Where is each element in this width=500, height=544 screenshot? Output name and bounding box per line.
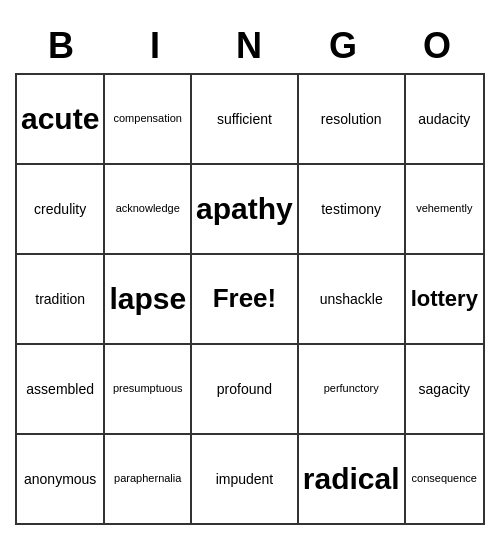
cell-text: acknowledge bbox=[116, 202, 180, 215]
cell-text: Free! bbox=[213, 283, 277, 314]
cell-text: resolution bbox=[321, 111, 382, 128]
cell-text: perfunctory bbox=[324, 382, 379, 395]
cell-text: acute bbox=[21, 101, 99, 137]
bingo-cell: impudent bbox=[192, 435, 299, 525]
bingo-cell: lottery bbox=[406, 255, 485, 345]
cell-text: lottery bbox=[411, 286, 478, 312]
bingo-cell: sufficient bbox=[192, 75, 299, 165]
bingo-cell: Free! bbox=[192, 255, 299, 345]
bingo-cell: presumptuous bbox=[105, 345, 192, 435]
cell-text: assembled bbox=[26, 381, 94, 398]
cell-text: unshackle bbox=[320, 291, 383, 308]
cell-text: compensation bbox=[113, 112, 182, 125]
cell-text: consequence bbox=[412, 472, 477, 485]
bingo-cell: audacity bbox=[406, 75, 485, 165]
bingo-cell: acknowledge bbox=[105, 165, 192, 255]
cell-text: credulity bbox=[34, 201, 86, 218]
bingo-cell: lapse bbox=[105, 255, 192, 345]
cell-text: impudent bbox=[216, 471, 274, 488]
bingo-cell: paraphernalia bbox=[105, 435, 192, 525]
bingo-cell: sagacity bbox=[406, 345, 485, 435]
cell-text: audacity bbox=[418, 111, 470, 128]
bingo-cell: vehemently bbox=[406, 165, 485, 255]
bingo-cell: resolution bbox=[299, 75, 406, 165]
cell-text: vehemently bbox=[416, 202, 472, 215]
cell-text: lapse bbox=[109, 281, 186, 317]
cell-text: radical bbox=[303, 461, 400, 497]
cell-text: testimony bbox=[321, 201, 381, 218]
cell-text: anonymous bbox=[24, 471, 96, 488]
cell-text: apathy bbox=[196, 191, 293, 227]
bingo-card: BINGO acutecompensationsufficientresolut… bbox=[15, 19, 485, 525]
cell-text: presumptuous bbox=[113, 382, 183, 395]
header-letter: N bbox=[203, 19, 297, 73]
bingo-cell: apathy bbox=[192, 165, 299, 255]
bingo-cell: unshackle bbox=[299, 255, 406, 345]
cell-text: paraphernalia bbox=[114, 472, 181, 485]
bingo-cell: assembled bbox=[17, 345, 105, 435]
cell-text: sagacity bbox=[419, 381, 470, 398]
bingo-cell: anonymous bbox=[17, 435, 105, 525]
bingo-cell: acute bbox=[17, 75, 105, 165]
header-letter: B bbox=[15, 19, 109, 73]
bingo-cell: testimony bbox=[299, 165, 406, 255]
bingo-cell: tradition bbox=[17, 255, 105, 345]
bingo-cell: profound bbox=[192, 345, 299, 435]
cell-text: profound bbox=[217, 381, 272, 398]
bingo-grid: acutecompensationsufficientresolutionaud… bbox=[15, 73, 485, 525]
bingo-cell: compensation bbox=[105, 75, 192, 165]
header-letter: G bbox=[297, 19, 391, 73]
bingo-cell: perfunctory bbox=[299, 345, 406, 435]
cell-text: tradition bbox=[35, 291, 85, 308]
header-letter: O bbox=[391, 19, 485, 73]
bingo-cell: radical bbox=[299, 435, 406, 525]
cell-text: sufficient bbox=[217, 111, 272, 128]
bingo-header: BINGO bbox=[15, 19, 485, 73]
bingo-cell: credulity bbox=[17, 165, 105, 255]
header-letter: I bbox=[109, 19, 203, 73]
bingo-cell: consequence bbox=[406, 435, 485, 525]
